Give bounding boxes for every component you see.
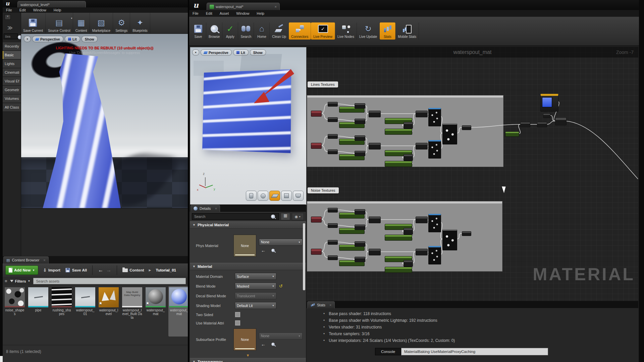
graph-node-g1_blend[interactable] <box>442 229 457 250</box>
material-editor-titlebar[interactable]: u waterspout_mat* × <box>189 0 639 10</box>
graph-node-g1_h0_gM2[interactable] <box>385 235 412 241</box>
graph-node-greenR[interactable] <box>505 131 519 137</box>
graph-node-g0_h0_dD[interactable] <box>355 119 365 124</box>
graph-node-g1_h1_red[interactable] <box>311 249 322 255</box>
toolbar-home[interactable]: ⌂Home <box>254 22 270 40</box>
forward-arrow-icon[interactable]: → <box>106 267 111 273</box>
checkbox-use-material-attri[interactable] <box>235 320 240 326</box>
graph-node-g1_h1_dD[interactable] <box>355 257 365 262</box>
expand-panel-chevron-icon[interactable]: ≫ <box>7 25 13 31</box>
sidebar-item-volumes[interactable]: Volumes <box>3 95 21 103</box>
menu-edit[interactable]: Edit <box>206 11 212 15</box>
place-actors-search-input[interactable]: Sea <box>4 34 18 39</box>
toolbar-mobile-stats[interactable]: Mobile Stats <box>395 22 419 40</box>
graph-node-g1_h1_dB[interactable] <box>328 255 338 260</box>
graph-node-g1_h1_dC[interactable] <box>355 241 365 247</box>
graph-node-g0_h1_dA[interactable] <box>328 134 338 139</box>
tab-details[interactable]: Details × <box>191 205 220 212</box>
graph-node-xR2[interactable] <box>537 122 547 127</box>
section-transparency[interactable]: ▼Transparency <box>190 358 306 362</box>
graph-node-g0_h1_red[interactable] <box>311 143 322 149</box>
graph-node-g0_out[interactable] <box>462 125 471 130</box>
close-icon[interactable]: × <box>43 258 45 262</box>
graph-node-g0_h0_merge[interactable] <box>369 111 381 117</box>
graph-node-g1_h0_dB[interactable] <box>328 223 338 228</box>
sidebar-item-visual-ef[interactable]: Visual Ef <box>3 77 21 85</box>
graph-node-g1_h0_dD[interactable] <box>355 225 365 230</box>
viewport-options-dropdown[interactable]: ▼ <box>24 36 31 42</box>
viewport-options-dropdown[interactable]: ▼ <box>192 49 199 56</box>
toolbar-save[interactable]: Save <box>191 22 206 40</box>
close-icon[interactable]: × <box>215 206 217 210</box>
details-search-input[interactable]: Search <box>192 213 279 220</box>
menu-file[interactable]: File <box>193 11 199 15</box>
browse-asset-icon[interactable] <box>271 343 275 346</box>
preview-shape-plane[interactable] <box>269 191 280 201</box>
graph-node-g0_h1_gM2[interactable] <box>385 161 412 167</box>
section-material[interactable]: ▼Material <box>190 263 306 270</box>
graph-node-g0_h1_dC[interactable] <box>355 135 365 141</box>
sidebar-item-all-class[interactable]: All Class <box>3 103 21 111</box>
tab-content-browser[interactable]: ▤ Content Browser × <box>3 256 49 263</box>
material-preview-viewport[interactable]: z x y ▼ Perspective Lit Show <box>190 47 307 205</box>
graph-node-g0_h1_dB[interactable] <box>328 149 338 154</box>
toolbar-content[interactable]: ▦Content <box>73 13 90 34</box>
section-physical-material[interactable]: ▼Physical Material <box>190 221 306 229</box>
graph-node-g1_h0_merge[interactable] <box>369 217 381 223</box>
graph-node-g0_h0_red[interactable] <box>311 111 322 117</box>
menu-file[interactable]: File <box>6 8 12 12</box>
asset-item-waterspout-level-built-data[interactable]: Map Build Data Registrywaterspout_level_… <box>121 286 143 337</box>
use-selected-arrow-icon[interactable]: ← <box>261 342 266 347</box>
translate-gizmo-arrow[interactable] <box>240 66 298 109</box>
graph-node-g0_h1_dE[interactable] <box>404 154 413 161</box>
sidebar-item-basic[interactable]: Basic <box>3 51 21 59</box>
perspective-button[interactable]: Perspective <box>201 49 232 56</box>
show-button[interactable]: Show <box>250 49 266 56</box>
view-options-eye-icon[interactable]: ◉▼ <box>292 213 304 220</box>
breadcrumb-content[interactable]: Content <box>122 268 144 272</box>
graph-node-g1_h1_dA[interactable] <box>328 240 338 245</box>
breadcrumb-tutorial-01[interactable]: Tutorial_01 <box>156 268 176 272</box>
dropdown-caret-icon[interactable]: ▾ <box>71 17 72 20</box>
preview-shape-teapot[interactable] <box>293 191 304 201</box>
graph-node-junct[interactable] <box>555 117 567 125</box>
toolbar-live-update[interactable]: ↻Live Update <box>357 22 380 40</box>
graph-node-g0_h1_merge[interactable] <box>369 143 381 149</box>
menu-help[interactable]: Help <box>54 8 61 12</box>
use-selected-arrow-icon[interactable]: ← <box>261 248 266 253</box>
toolbar-live-preview[interactable]: ✓Live Preview <box>311 22 335 40</box>
graph-node-xR1[interactable] <box>520 122 530 127</box>
sidebar-item-cinemati[interactable]: Cinemati <box>3 68 21 76</box>
menu-window[interactable]: Window <box>236 11 249 15</box>
graph-node-g0_h0_dC[interactable] <box>355 103 365 109</box>
add-new-button[interactable]: Add New ▼ <box>5 265 38 275</box>
level-editor-titlebar[interactable]: u waterspout_level* <box>3 0 188 7</box>
toolbar-source-control[interactable]: ▤▾Source Control <box>46 13 73 34</box>
toolbar-marketplace[interactable]: ▧Marketplace <box>90 13 113 34</box>
graph-node-g0_h0_dE[interactable] <box>404 122 413 129</box>
toolbar-browse[interactable]: Browse <box>206 22 222 40</box>
preview-shape-cube[interactable] <box>281 191 292 201</box>
asset-item-waterspout-level[interactable]: *waterspout_level <box>98 286 119 337</box>
tab-waterspout-level[interactable]: waterspout_level* <box>17 1 86 8</box>
graph-node-g0_h0_tex[interactable] <box>428 108 441 126</box>
graph-node-g1_h1_tex[interactable] <box>428 246 441 264</box>
toolbar-clean-up[interactable]: Clean Up <box>270 22 289 40</box>
back-arrow-icon[interactable]: ← <box>98 267 103 273</box>
graph-node-g1_h0_dC[interactable] <box>355 209 365 215</box>
details-scrollbar[interactable] <box>303 223 305 290</box>
close-icon[interactable]: × <box>275 5 277 9</box>
graph-node-g1_h1_dF[interactable] <box>416 249 428 255</box>
material-graph-canvas[interactable]: waterspout_mat Zoom -7 MATERIAL Lines Te… <box>307 47 638 301</box>
asset-picker-thumbnail[interactable]: None <box>233 328 256 351</box>
checkbox-two-sided[interactable] <box>235 312 240 317</box>
list-view-icon[interactable]: ≡ <box>5 279 7 284</box>
graph-node-g1_h0_red[interactable] <box>311 217 322 223</box>
toolbar-save-current[interactable]: Save Current <box>21 13 46 34</box>
asset-item-waterspout-mat[interactable]: waterspout_mat <box>168 286 188 337</box>
close-icon[interactable]: × <box>329 303 331 307</box>
console-input[interactable]: MaterialBaking UseMaterialProxyCaching <box>401 348 548 355</box>
toolbar-stats[interactable]: Stats <box>380 22 395 40</box>
lit-button[interactable]: Lit <box>65 36 80 42</box>
preview-shape-sphere[interactable] <box>258 191 268 201</box>
